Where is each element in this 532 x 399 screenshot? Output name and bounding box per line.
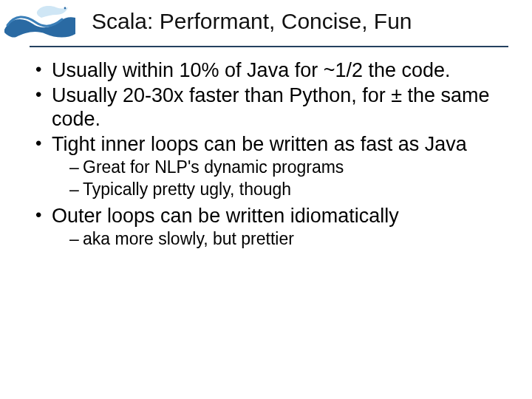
sub-list: Great for NLP's dynamic programs Typical… (52, 157, 507, 200)
sub-list-item-text: aka more slowly, but prettier (83, 229, 294, 248)
list-item-text: Usually within 10% of Java for ~1/2 the … (52, 59, 451, 81)
scalanlp-logo-icon (3, 0, 77, 40)
svg-point-0 (64, 7, 66, 10)
sub-list-item: Typically pretty ugly, though (69, 180, 507, 200)
sub-list-item-text: Great for NLP's dynamic programs (83, 157, 344, 177)
slide: Scala: Performant, Concise, Fun Usually … (0, 0, 532, 399)
slide-title: Scala: Performant, Concise, Fun (81, 6, 510, 35)
list-item: Usually 20-30x faster than Python, for ±… (35, 84, 507, 132)
sub-list-item: Great for NLP's dynamic programs (69, 157, 507, 178)
slide-body: Usually within 10% of Java for ~1/2 the … (0, 50, 532, 250)
list-item: Tight inner loops can be written as fast… (35, 133, 507, 200)
list-item: Usually within 10% of Java for ~1/2 the … (35, 59, 507, 83)
sub-list-item: aka more slowly, but prettier (69, 229, 507, 250)
slide-header: Scala: Performant, Concise, Fun (0, 0, 532, 50)
list-item: Outer loops can be written idiomatically… (35, 205, 507, 250)
list-item-text: Tight inner loops can be written as fast… (52, 133, 467, 155)
sub-list-item-text: Typically pretty ugly, though (83, 180, 291, 199)
title-underline (30, 46, 508, 47)
list-item-text: Usually 20-30x faster than Python, for ±… (52, 84, 490, 130)
bullet-list: Usually within 10% of Java for ~1/2 the … (35, 59, 507, 250)
list-item-text: Outer loops can be written idiomatically (52, 205, 399, 227)
sub-list: aka more slowly, but prettier (52, 229, 507, 250)
